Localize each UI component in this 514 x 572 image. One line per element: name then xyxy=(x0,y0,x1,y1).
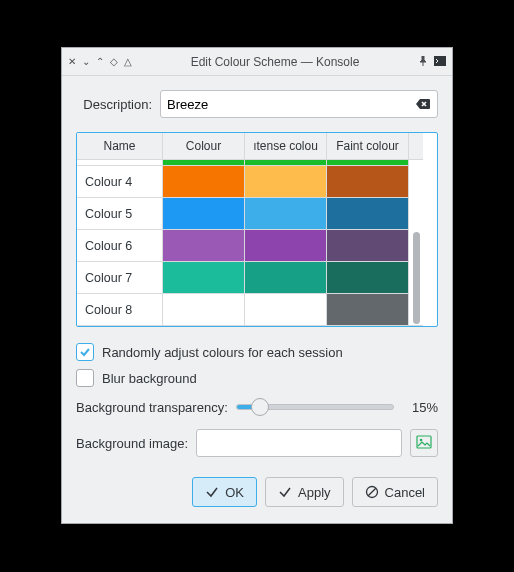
svg-line-4 xyxy=(368,488,376,496)
close-icon[interactable]: ✕ xyxy=(68,57,76,67)
colour-swatch[interactable] xyxy=(327,262,409,294)
pin-icon[interactable] xyxy=(418,56,428,68)
svg-rect-0 xyxy=(434,56,446,66)
scrollbar-thumb[interactable] xyxy=(413,232,420,324)
ok-button-label: OK xyxy=(225,485,244,500)
window-title: Edit Colour Scheme — Konsole xyxy=(132,55,418,69)
cancel-button-label: Cancel xyxy=(385,485,425,500)
transparency-label: Background transparency: xyxy=(76,400,228,415)
description-input[interactable] xyxy=(167,97,415,112)
clear-input-icon[interactable] xyxy=(415,96,431,112)
menu-icon[interactable]: △ xyxy=(124,57,132,67)
svg-point-2 xyxy=(420,438,423,441)
restore-icon[interactable]: ◇ xyxy=(110,57,118,67)
svg-rect-1 xyxy=(417,436,431,448)
background-image-label: Background image: xyxy=(76,436,188,451)
transparency-value: 15% xyxy=(402,400,438,415)
colour-swatch[interactable] xyxy=(327,230,409,262)
row-name-cell[interactable]: Colour 5 xyxy=(77,198,163,230)
cancel-button[interactable]: Cancel xyxy=(352,477,438,507)
row-name-cell[interactable]: Colour 6 xyxy=(77,230,163,262)
colour-swatch[interactable] xyxy=(245,262,327,294)
colour-swatch[interactable] xyxy=(163,198,245,230)
colour-swatch[interactable] xyxy=(163,166,245,198)
ok-button[interactable]: OK xyxy=(192,477,257,507)
browse-image-button[interactable] xyxy=(410,429,438,457)
blur-background-checkbox[interactable] xyxy=(76,369,94,387)
row-name-cell[interactable]: Colour 8 xyxy=(77,294,163,326)
table-header[interactable]: Colour xyxy=(163,133,245,160)
colour-swatch[interactable] xyxy=(163,230,245,262)
colour-swatch[interactable] xyxy=(327,166,409,198)
colour-swatch[interactable] xyxy=(327,294,409,326)
dialog-window: ✕ ⌄ ⌃ ◇ △ Edit Colour Scheme — Konsole D… xyxy=(61,47,453,524)
table-header[interactable]: ıtense colou xyxy=(245,133,327,160)
row-name-cell[interactable]: Colour 7 xyxy=(77,262,163,294)
maximize-up-icon[interactable]: ⌃ xyxy=(96,57,104,67)
cancel-icon xyxy=(365,485,379,499)
background-image-input[interactable] xyxy=(196,429,402,457)
colour-swatch[interactable] xyxy=(163,294,245,326)
titlebar[interactable]: ✕ ⌄ ⌃ ◇ △ Edit Colour Scheme — Konsole xyxy=(62,48,452,76)
colour-swatch[interactable] xyxy=(245,198,327,230)
terminal-icon[interactable] xyxy=(434,56,446,68)
scrollbar-header xyxy=(409,133,423,160)
colour-swatch[interactable] xyxy=(163,262,245,294)
random-colours-label: Randomly adjust colours for each session xyxy=(102,345,343,360)
description-input-wrap xyxy=(160,90,438,118)
colour-swatch[interactable] xyxy=(245,294,327,326)
image-icon xyxy=(416,434,432,453)
table-header[interactable]: Faint colour xyxy=(327,133,409,160)
check-icon xyxy=(205,485,219,499)
colour-swatch[interactable] xyxy=(327,198,409,230)
colour-swatch[interactable] xyxy=(245,230,327,262)
colour-swatch[interactable] xyxy=(245,166,327,198)
table-header[interactable]: Name xyxy=(77,133,163,160)
transparency-slider[interactable] xyxy=(236,397,394,417)
table-scrollbar[interactable] xyxy=(409,160,423,326)
minimize-down-icon[interactable]: ⌄ xyxy=(82,57,90,67)
check-icon xyxy=(278,485,292,499)
description-label: Description: xyxy=(76,97,152,112)
apply-button-label: Apply xyxy=(298,485,331,500)
colour-table: NameColourıtense colouFaint colourColour… xyxy=(76,132,438,327)
row-name-cell[interactable]: Colour 4 xyxy=(77,166,163,198)
blur-background-label: Blur background xyxy=(102,371,197,386)
apply-button[interactable]: Apply xyxy=(265,477,344,507)
random-colours-checkbox[interactable] xyxy=(76,343,94,361)
